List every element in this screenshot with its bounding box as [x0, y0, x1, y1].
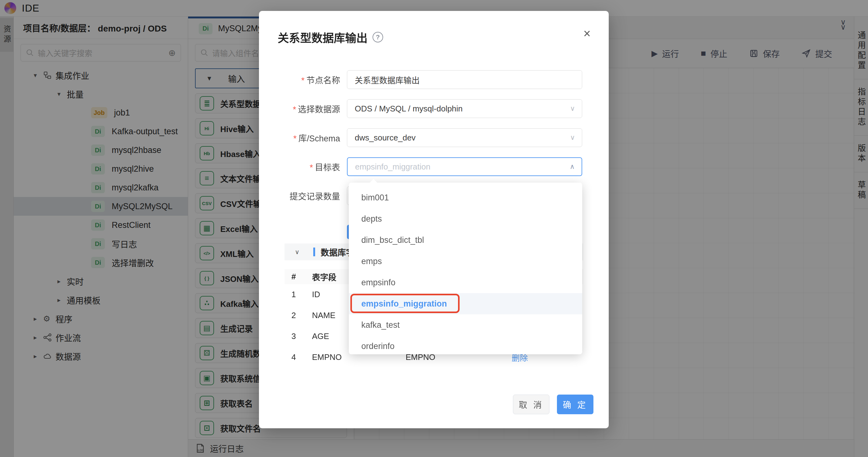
dropdown-option-emps[interactable]: emps [349, 251, 582, 272]
form-row-node-name: *节点名称 关系型数据库输出 [259, 70, 609, 89]
form-row-schema: *库/Schema dws_source_dev ∨ [259, 128, 609, 147]
required-star: * [310, 163, 313, 172]
schema-select[interactable]: dws_source_dev ∨ [347, 128, 582, 147]
form-row-target-table: *目标表 empsinfo_miggration ∧ [259, 157, 609, 176]
form-row-datasource: *选择数据源 ODS / MySQL / mysql-dolphin ∨ [259, 99, 609, 118]
required-star: * [301, 76, 305, 85]
dropdown-option-empsinfo[interactable]: empsinfo [349, 272, 582, 293]
required-star: * [293, 105, 296, 114]
cancel-button[interactable]: 取 消 [513, 395, 550, 414]
app-root: IDE 资源 项目名称/数据层： demo-proj / ODS 输入关键字搜索… [0, 0, 868, 457]
dropdown-option-empsinfo-miggration-selected[interactable]: empsinfo_miggration [349, 293, 582, 314]
section-accent-bar [313, 247, 315, 256]
datasource-select[interactable]: ODS / MySQL / mysql-dolphin ∨ [347, 99, 582, 118]
node-name-input[interactable]: 关系型数据库输出 [347, 70, 582, 89]
chevron-up-icon: ∧ [570, 163, 575, 171]
chevron-down-icon: ∨ [570, 133, 575, 142]
dropdown-option-depts[interactable]: depts [349, 208, 582, 230]
help-icon[interactable]: ? [373, 32, 383, 42]
caret-down-icon[interactable]: ∨ [295, 248, 300, 256]
close-icon[interactable]: × [584, 27, 591, 40]
dropdown-option-bim001[interactable]: bim001 [349, 187, 582, 208]
target-table-dropdown: bim001 depts dim_bsc_dict_tbl emps empsi… [349, 183, 582, 354]
chevron-down-icon: ∨ [570, 104, 575, 113]
dropdown-option-kafka-test[interactable]: kafka_test [349, 314, 582, 336]
dropdown-option-dim-bsc-dict-tbl[interactable]: dim_bsc_dict_tbl [349, 230, 582, 251]
target-table-select[interactable]: empsinfo_miggration ∧ [347, 157, 582, 176]
col-header-num: # [284, 272, 312, 281]
modal-title: 关系型数据库输出 [278, 29, 368, 45]
dropdown-option-orderinfo[interactable]: orderinfo [349, 336, 582, 354]
confirm-button[interactable]: 确 定 [557, 395, 593, 414]
required-star: * [293, 134, 297, 143]
